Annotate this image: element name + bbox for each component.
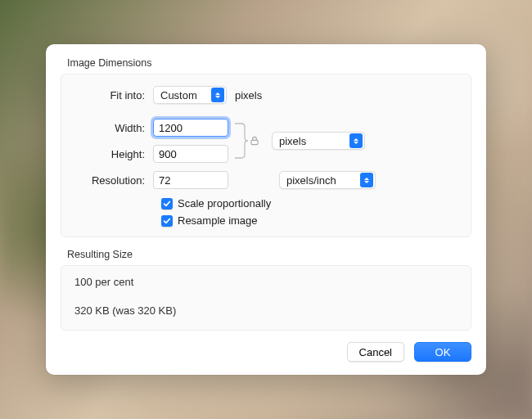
image-dimensions-group: Fit into: Custom pixels Width: Height: — [61, 74, 471, 237]
result-percent: 100 per cent — [74, 276, 458, 288]
width-input[interactable] — [153, 119, 228, 137]
fit-into-unit: pixels — [227, 89, 262, 101]
fit-into-value: Custom — [160, 89, 208, 101]
lock-icon[interactable] — [249, 135, 260, 146]
chevron-updown-icon — [349, 133, 363, 148]
image-dimensions-heading: Image Dimensions — [67, 57, 471, 69]
wh-unit-popup[interactable]: pixels — [272, 132, 365, 150]
adjust-size-dialog: Image Dimensions Fit into: Custom pixels… — [46, 44, 486, 375]
svg-rect-0 — [251, 140, 258, 144]
height-label: Height: — [74, 148, 153, 160]
resample-image-label: Resample image — [178, 214, 258, 227]
fit-into-label: Fit into: — [74, 89, 153, 101]
chevron-updown-icon — [360, 173, 373, 187]
result-filesize: 320 KB (was 320 KB) — [74, 304, 458, 317]
resolution-unit-popup[interactable]: pixels/inch — [279, 171, 376, 189]
resulting-size-group: 100 per cent 320 KB (was 320 KB) — [61, 265, 471, 331]
link-bracket — [233, 119, 260, 163]
scale-proportionally-checkbox[interactable] — [161, 198, 173, 210]
scale-proportionally-label: Scale proportionally — [178, 197, 271, 210]
wh-unit-value: pixels — [279, 135, 346, 147]
resample-image-checkbox[interactable] — [161, 215, 173, 227]
resolution-input[interactable] — [153, 171, 228, 189]
width-label: Width: — [74, 122, 153, 134]
cancel-button[interactable]: Cancel — [347, 342, 404, 362]
fit-into-popup[interactable]: Custom — [153, 86, 227, 104]
height-input[interactable] — [153, 145, 228, 163]
resolution-label: Resolution: — [74, 174, 153, 187]
ok-button[interactable]: OK — [414, 342, 471, 362]
chevron-updown-icon — [211, 88, 224, 102]
resolution-unit-value: pixels/inch — [286, 174, 357, 187]
resulting-size-heading: Resulting Size — [67, 249, 471, 260]
